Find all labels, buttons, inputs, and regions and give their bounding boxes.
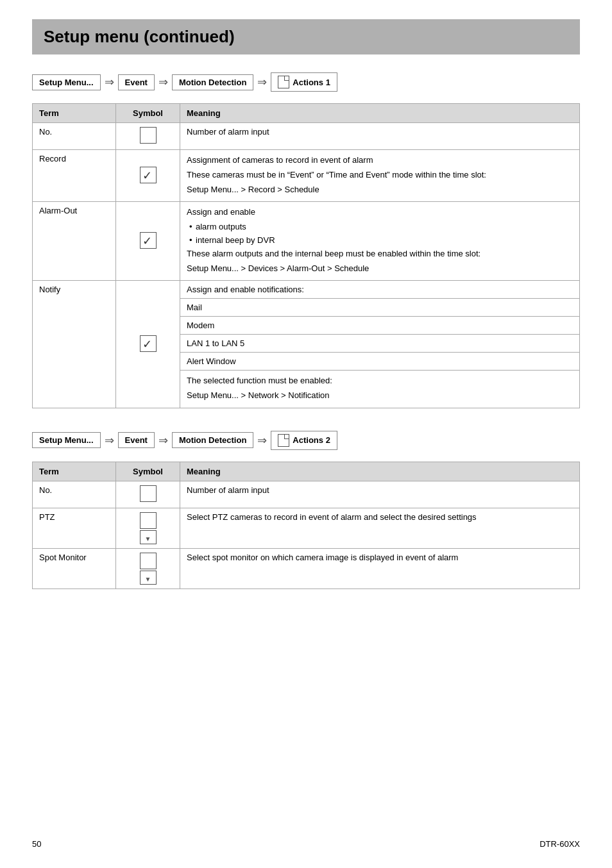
symbol-no-1 bbox=[116, 123, 180, 150]
table-2: Term Symbol Meaning No. Number of alarm … bbox=[32, 462, 580, 589]
symbol-ptz: ▼ bbox=[116, 508, 180, 548]
table-row: No. Number of alarm input bbox=[33, 123, 580, 150]
spot-dropdown-icon: ▼ bbox=[140, 571, 157, 585]
page-title: Setup menu (continued) bbox=[44, 27, 568, 47]
meaning-notify-note: The selected function must be enabled: S… bbox=[180, 371, 580, 408]
col-header-symbol-2: Symbol bbox=[116, 462, 180, 481]
arrow-icon-2: ⇒ bbox=[158, 75, 168, 89]
ptz-symbol-container: ▼ bbox=[123, 512, 173, 544]
meaning-notify-1: Assign and enable notifications: bbox=[180, 281, 580, 299]
symbol-alarm-out: ✓ bbox=[116, 202, 180, 281]
meaning-notify-modem: Modem bbox=[180, 317, 580, 335]
arrow-icon-5: ⇒ bbox=[158, 433, 168, 447]
page: Setup menu (continued) Setup Menu... ⇒ E… bbox=[0, 0, 612, 868]
breadcrumb-2: Setup Menu... ⇒ Event ⇒ Motion Detection… bbox=[32, 431, 580, 450]
product-name: DTR-60XX bbox=[540, 839, 580, 849]
check-mark-3: ✓ bbox=[142, 337, 152, 351]
meaning-no-2: Number of alarm input bbox=[180, 481, 580, 508]
meaning-notify-mail: Mail bbox=[180, 299, 580, 317]
arrow-icon-1: ⇒ bbox=[105, 75, 114, 89]
spot-dropdown-arrow-icon: ▼ bbox=[145, 576, 151, 583]
meaning-notify-alert: Alert Window bbox=[180, 353, 580, 371]
term-alarm-out: Alarm-Out bbox=[33, 202, 116, 281]
symbol-no-2 bbox=[116, 481, 180, 508]
spot-monitor-symbol-container: ▼ bbox=[123, 553, 173, 585]
breadcrumb-1: Setup Menu... ⇒ Event ⇒ Motion Detection… bbox=[32, 72, 580, 92]
term-no-2: No. bbox=[33, 481, 116, 508]
doc-icon-1 bbox=[278, 76, 289, 88]
check-mark: ✓ bbox=[142, 169, 152, 183]
page-header: Setup menu (continued) bbox=[32, 19, 580, 54]
ptz-checkbox-icon bbox=[140, 512, 157, 529]
term-record: Record bbox=[33, 150, 116, 202]
meaning-alarm-out: Assign and enable alarm outputs internal… bbox=[180, 202, 580, 281]
breadcrumb-setup-menu-2: Setup Menu... bbox=[32, 432, 101, 448]
table-row: PTZ ▼ Select PTZ cameras to record in ev… bbox=[33, 508, 580, 548]
checkbox-icon bbox=[140, 127, 157, 144]
breadcrumb-event-1: Event bbox=[118, 74, 155, 90]
term-ptz: PTZ bbox=[33, 508, 116, 548]
table-row: No. Number of alarm input bbox=[33, 481, 580, 508]
meaning-ptz: Select PTZ cameras to record in event of… bbox=[180, 508, 580, 548]
spot-checkbox-icon bbox=[140, 553, 157, 569]
table-row: Alarm-Out ✓ Assign and enable alarm outp… bbox=[33, 202, 580, 281]
col-header-term-1: Term bbox=[33, 104, 116, 123]
col-header-meaning-1: Meaning bbox=[180, 104, 580, 123]
table-row: Notify ✓ Assign and enable notifications… bbox=[33, 281, 580, 299]
breadcrumb-actions-2: Actions 2 bbox=[271, 431, 337, 450]
ptz-dropdown-icon: ▼ bbox=[140, 530, 157, 544]
breadcrumb-setup-menu-1: Setup Menu... bbox=[32, 74, 101, 90]
check-mark-2: ✓ bbox=[142, 234, 152, 248]
page-footer: 50 DTR-60XX bbox=[32, 839, 580, 849]
arrow-icon-4: ⇒ bbox=[105, 433, 114, 447]
checkbox-checked-icon-3: ✓ bbox=[140, 335, 157, 352]
meaning-notify-lan: LAN 1 to LAN 5 bbox=[180, 335, 580, 353]
term-spot-monitor: Spot Monitor bbox=[33, 548, 116, 588]
term-no-1: No. bbox=[33, 123, 116, 150]
table-row: Spot Monitor ▼ Select spot monitor on wh… bbox=[33, 548, 580, 588]
table-1: Term Symbol Meaning No. Number of alarm … bbox=[32, 103, 580, 408]
doc-icon-2 bbox=[278, 434, 289, 447]
breadcrumb-event-2: Event bbox=[118, 432, 155, 448]
dropdown-arrow-icon: ▼ bbox=[145, 535, 151, 542]
col-header-symbol-1: Symbol bbox=[116, 104, 180, 123]
arrow-icon-6: ⇒ bbox=[257, 433, 267, 447]
meaning-spot-monitor: Select spot monitor on which camera imag… bbox=[180, 548, 580, 588]
symbol-spot-monitor: ▼ bbox=[116, 548, 180, 588]
symbol-notify: ✓ bbox=[116, 281, 180, 408]
col-header-meaning-2: Meaning bbox=[180, 462, 580, 481]
page-number: 50 bbox=[32, 839, 41, 849]
meaning-no-1: Number of alarm input bbox=[180, 123, 580, 150]
col-header-term-2: Term bbox=[33, 462, 116, 481]
breadcrumb-actions-1: Actions 1 bbox=[271, 72, 337, 92]
checkbox-checked-icon-2: ✓ bbox=[140, 232, 157, 249]
meaning-record: Assignment of cameras to record in event… bbox=[180, 150, 580, 202]
table-row: Record ✓ Assignment of cameras to record… bbox=[33, 150, 580, 202]
breadcrumb-motion-2: Motion Detection bbox=[172, 432, 253, 448]
term-notify: Notify bbox=[33, 281, 116, 408]
checkbox-checked-icon: ✓ bbox=[140, 167, 157, 183]
breadcrumb-motion-1: Motion Detection bbox=[172, 74, 253, 90]
checkbox-icon-2 bbox=[140, 485, 157, 502]
arrow-icon-3: ⇒ bbox=[257, 75, 267, 89]
symbol-record: ✓ bbox=[116, 150, 180, 202]
